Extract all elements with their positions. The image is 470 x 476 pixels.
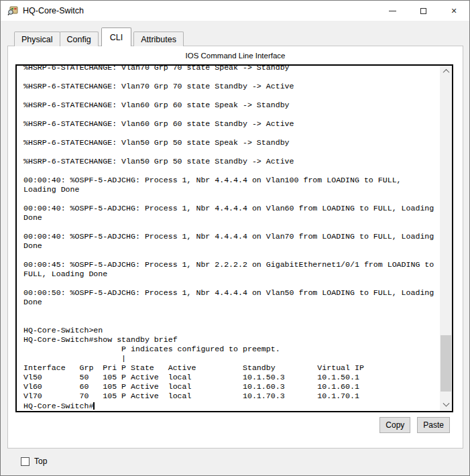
copy-button[interactable]: Copy [379, 417, 410, 433]
tab-physical-label: Physical [21, 35, 53, 44]
scroll-up-button[interactable] [440, 66, 452, 77]
footer: Top [21, 457, 47, 466]
top-checkbox[interactable] [21, 457, 30, 466]
packet-tracer-device-window: HQ-Core-Switch ✕ Physical Config CLI Att… [0, 0, 470, 476]
tab-bar: Physical Config CLI Attributes [14, 27, 184, 46]
tab-physical[interactable]: Physical [14, 32, 60, 46]
tab-cli[interactable]: CLI [101, 27, 131, 46]
cli-panel-title: IOS Command Line Interface [8, 46, 463, 60]
maximize-icon [420, 8, 426, 14]
terminal-cursor [93, 402, 95, 410]
terminal-scrollbar[interactable] [440, 66, 452, 411]
terminal-output[interactable]: %HSRP-6-STATECHANGE: Vlan70 Grp 70 state… [17, 64, 452, 411]
scrollbar-thumb[interactable] [440, 335, 451, 392]
cli-tab-page: IOS Command Line Interface %HSRP-6-STATE… [7, 46, 463, 449]
scroll-down-icon [443, 400, 449, 407]
minimize-button[interactable] [377, 1, 408, 21]
minimize-icon [389, 11, 396, 11]
tab-config[interactable]: Config [60, 32, 99, 46]
cli-terminal[interactable]: %HSRP-6-STATECHANGE: Vlan70 Grp 70 state… [15, 64, 453, 412]
packet-tracer-device-icon [7, 5, 18, 16]
tab-cli-label: CLI [110, 33, 123, 42]
title-bar[interactable]: HQ-Core-Switch ✕ [1, 1, 469, 21]
tab-config-label: Config [67, 35, 91, 44]
scroll-up-icon [443, 69, 449, 76]
close-icon: ✕ [451, 7, 457, 15]
paste-button[interactable]: Paste [417, 417, 450, 433]
tab-attributes[interactable]: Attributes [133, 32, 184, 46]
tab-attributes-label: Attributes [141, 35, 176, 44]
close-button[interactable]: ✕ [438, 1, 469, 21]
terminal-text: %HSRP-6-STATECHANGE: Vlan70 Grp 70 state… [23, 64, 434, 410]
terminal-button-row: Copy Paste [379, 417, 450, 433]
top-checkbox-label: Top [34, 457, 47, 466]
scroll-down-button[interactable] [440, 400, 452, 411]
maximize-button[interactable] [408, 1, 438, 21]
window-title: HQ-Core-Switch [23, 6, 84, 15]
